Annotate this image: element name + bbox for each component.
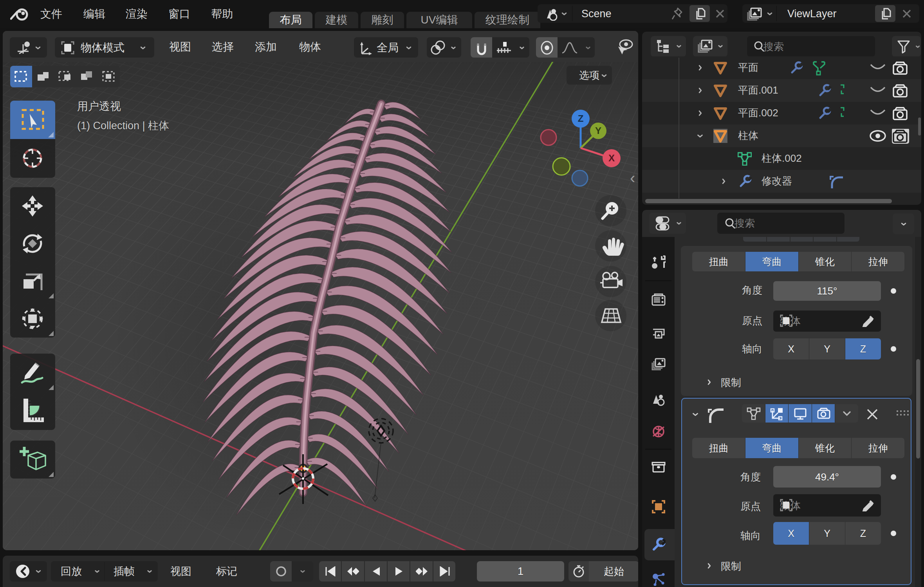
deform-option-弯曲[interactable]: 弯曲 <box>745 252 799 271</box>
tool-annotate-button[interactable] <box>10 354 55 392</box>
next-key-button[interactable] <box>410 561 433 582</box>
deform-option-扭曲[interactable]: 扭曲 <box>692 252 745 271</box>
workspace-tab-布局[interactable]: 布局 <box>269 12 312 28</box>
blender-logo-icon[interactable] <box>10 7 29 22</box>
properties-search-input[interactable]: 搜索 <box>717 213 845 234</box>
prev-key-button[interactable] <box>342 561 365 582</box>
hide-viewport-icon[interactable] <box>869 85 886 97</box>
tab-tool-icon[interactable] <box>651 255 666 269</box>
topbar-menu-0[interactable]: 文件 <box>40 9 62 20</box>
outliner-filter-display-button[interactable] <box>693 36 727 57</box>
tab-modifier-icon[interactable] <box>651 538 666 552</box>
axis-option-Z[interactable]: Z <box>845 522 881 545</box>
animate-decorator[interactable] <box>891 346 896 352</box>
properties-options-button[interactable] <box>893 213 914 234</box>
limits-label[interactable]: 限制 <box>721 377 741 388</box>
pin-icon[interactable] <box>669 7 684 21</box>
eyedropper-icon[interactable] <box>861 314 875 328</box>
outliner-row-柱体[interactable]: 柱体 <box>642 125 921 147</box>
deform-option-扭曲[interactable]: 扭曲 <box>692 438 745 458</box>
auto-key-options-button[interactable] <box>292 561 313 582</box>
pivot-point-button[interactable] <box>427 37 461 58</box>
scene-name[interactable]: Scene <box>581 9 612 19</box>
outliner-search-input[interactable]: 搜索 <box>747 36 875 57</box>
toggle-edit-mode-button[interactable] <box>765 404 789 423</box>
outliner-vscrollbar[interactable] <box>918 117 921 135</box>
viewlayer-copy-button[interactable] <box>875 5 895 22</box>
toggle-edit-cage-button[interactable] <box>742 404 765 423</box>
axis-option-Y[interactable]: Y <box>809 338 845 359</box>
outliner-row-平面.001[interactable]: 平面.001 <box>642 79 921 102</box>
toggle-viewport-button[interactable] <box>789 404 812 423</box>
limits-label[interactable]: 限制 <box>721 561 741 571</box>
tool-cursor-button[interactable] <box>10 139 55 178</box>
tab-scene-icon[interactable] <box>651 393 666 407</box>
eyedropper-icon[interactable] <box>861 498 875 513</box>
angle-value-field[interactable]: 115° <box>773 281 881 301</box>
angle-value-field[interactable]: 49.4° <box>773 466 881 488</box>
editor-type-button[interactable] <box>10 37 47 58</box>
tab-render-icon[interactable] <box>651 293 666 307</box>
jump-end-button[interactable] <box>433 561 455 582</box>
proportional-edit-button[interactable] <box>536 37 558 58</box>
hide-viewport-icon[interactable] <box>869 108 886 119</box>
snap-with-button[interactable] <box>492 37 529 58</box>
viewport-menu-3[interactable]: 物体 <box>299 42 321 52</box>
deform-option-弯曲[interactable]: 弯曲 <box>745 438 799 458</box>
mode-select-difference-button[interactable] <box>76 66 98 87</box>
disable-render-icon[interactable] <box>892 83 909 98</box>
viewport-menu-0[interactable]: 视图 <box>169 42 191 52</box>
outliner-row-修改器[interactable]: 修改器 <box>642 170 921 193</box>
sidebar-collapse-icon[interactable]: ‹ <box>630 170 635 186</box>
outliner-row-柱体.002[interactable]: 柱体.002 <box>642 147 921 170</box>
deform-option-锥化[interactable]: 锥化 <box>799 438 852 458</box>
workspace-tab-建模[interactable]: 建模 <box>315 12 358 28</box>
workspace-tab-纹理绘制[interactable]: 纹理绘制 <box>475 12 540 28</box>
play-button[interactable] <box>388 561 410 582</box>
viewport-options-button[interactable]: 选项 <box>567 66 612 85</box>
viewport-menu-2[interactable]: 添加 <box>255 42 277 52</box>
axis-option-Z[interactable]: Z <box>845 338 881 359</box>
mode-select-button[interactable]: 物体模式 <box>55 37 154 58</box>
proportional-falloff-button[interactable] <box>558 37 595 58</box>
disable-render-icon[interactable] <box>892 61 909 76</box>
current-frame-field[interactable]: 1 <box>477 561 564 582</box>
outliner-filter-button[interactable] <box>892 36 921 57</box>
tool-add-cube-button[interactable] <box>10 441 55 479</box>
topbar-menu-1[interactable]: 编辑 <box>83 9 105 20</box>
origin-object-field[interactable]: 物体 <box>773 311 881 332</box>
mode-select-extend-button[interactable] <box>32 66 54 87</box>
scene-copy-button[interactable] <box>689 5 710 22</box>
outliner-hscrollbar[interactable] <box>645 199 892 203</box>
play-reverse-button[interactable] <box>365 561 388 582</box>
timeline-menu-view[interactable]: 视图 <box>170 566 191 577</box>
viewlayer-remove-icon[interactable] <box>902 9 912 18</box>
hide-viewport-icon[interactable] <box>869 62 886 74</box>
timeline-editor-type-button[interactable] <box>10 561 47 582</box>
tab-output-icon[interactable] <box>651 325 666 340</box>
grid-toggle-button[interactable] <box>595 300 626 331</box>
workspace-tab-雕刻[interactable]: 雕刻 <box>361 12 404 28</box>
tab-view-layer-icon[interactable] <box>651 357 666 371</box>
scene-unlink-icon[interactable] <box>715 9 725 18</box>
tool-transform-button[interactable] <box>10 300 55 338</box>
outliner-display-mode-button[interactable] <box>651 36 686 57</box>
animate-decorator[interactable] <box>891 531 896 536</box>
outliner-row-平面[interactable]: 平面 <box>642 56 921 79</box>
show-gizmo-icon[interactable] <box>616 39 635 55</box>
tool-select-box-button[interactable] <box>10 101 55 139</box>
tool-measure-button[interactable] <box>10 392 55 430</box>
toggle-dropdown-button[interactable] <box>835 404 858 423</box>
toggle-render-button[interactable] <box>812 404 836 423</box>
disable-render-icon[interactable] <box>892 106 909 121</box>
timeline-menu-keying[interactable]: 插帧 <box>114 566 135 577</box>
delete-modifier-icon[interactable] <box>866 409 879 421</box>
snap-toggle-button[interactable] <box>471 37 492 58</box>
axis-option-X[interactable]: X <box>773 338 809 359</box>
tool-scale-button[interactable] <box>10 262 55 300</box>
disable-render-icon[interactable] <box>892 129 909 144</box>
topbar-menu-4[interactable]: 帮助 <box>211 9 233 20</box>
tab-physics-icon[interactable] <box>651 572 666 586</box>
start-frame-field[interactable]: 起始 <box>589 561 638 582</box>
scene-icon[interactable] <box>541 7 559 21</box>
